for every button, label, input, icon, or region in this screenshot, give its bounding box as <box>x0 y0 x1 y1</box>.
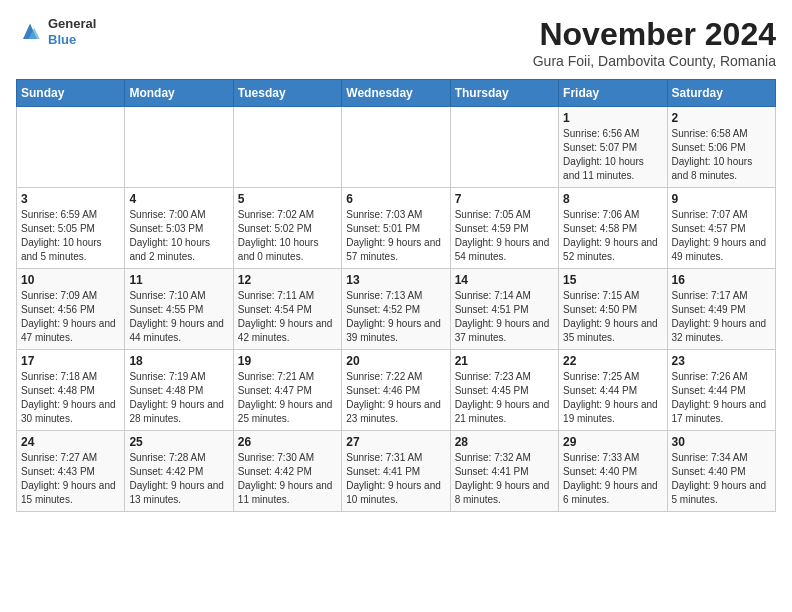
day-info: Sunrise: 7:32 AM Sunset: 4:41 PM Dayligh… <box>455 451 554 507</box>
day-info: Sunrise: 6:59 AM Sunset: 5:05 PM Dayligh… <box>21 208 120 264</box>
day-number: 1 <box>563 111 662 125</box>
day-number: 9 <box>672 192 771 206</box>
logo-text: General Blue <box>48 16 96 47</box>
col-header-thursday: Thursday <box>450 80 558 107</box>
calendar-week-5: 24Sunrise: 7:27 AM Sunset: 4:43 PM Dayli… <box>17 431 776 512</box>
calendar-cell: 5Sunrise: 7:02 AM Sunset: 5:02 PM Daylig… <box>233 188 341 269</box>
calendar-cell: 14Sunrise: 7:14 AM Sunset: 4:51 PM Dayli… <box>450 269 558 350</box>
day-info: Sunrise: 6:56 AM Sunset: 5:07 PM Dayligh… <box>563 127 662 183</box>
col-header-monday: Monday <box>125 80 233 107</box>
day-number: 15 <box>563 273 662 287</box>
calendar-cell: 23Sunrise: 7:26 AM Sunset: 4:44 PM Dayli… <box>667 350 775 431</box>
day-number: 2 <box>672 111 771 125</box>
day-number: 3 <box>21 192 120 206</box>
day-info: Sunrise: 7:15 AM Sunset: 4:50 PM Dayligh… <box>563 289 662 345</box>
day-number: 4 <box>129 192 228 206</box>
col-header-tuesday: Tuesday <box>233 80 341 107</box>
day-info: Sunrise: 7:17 AM Sunset: 4:49 PM Dayligh… <box>672 289 771 345</box>
day-info: Sunrise: 7:07 AM Sunset: 4:57 PM Dayligh… <box>672 208 771 264</box>
day-number: 11 <box>129 273 228 287</box>
day-info: Sunrise: 7:02 AM Sunset: 5:02 PM Dayligh… <box>238 208 337 264</box>
calendar-week-2: 3Sunrise: 6:59 AM Sunset: 5:05 PM Daylig… <box>17 188 776 269</box>
calendar-cell <box>233 107 341 188</box>
calendar-cell: 24Sunrise: 7:27 AM Sunset: 4:43 PM Dayli… <box>17 431 125 512</box>
day-info: Sunrise: 7:28 AM Sunset: 4:42 PM Dayligh… <box>129 451 228 507</box>
day-number: 14 <box>455 273 554 287</box>
calendar-cell: 20Sunrise: 7:22 AM Sunset: 4:46 PM Dayli… <box>342 350 450 431</box>
day-info: Sunrise: 7:09 AM Sunset: 4:56 PM Dayligh… <box>21 289 120 345</box>
day-info: Sunrise: 7:22 AM Sunset: 4:46 PM Dayligh… <box>346 370 445 426</box>
calendar-table: SundayMondayTuesdayWednesdayThursdayFrid… <box>16 79 776 512</box>
day-info: Sunrise: 7:26 AM Sunset: 4:44 PM Dayligh… <box>672 370 771 426</box>
day-number: 7 <box>455 192 554 206</box>
day-info: Sunrise: 7:23 AM Sunset: 4:45 PM Dayligh… <box>455 370 554 426</box>
day-number: 23 <box>672 354 771 368</box>
day-number: 6 <box>346 192 445 206</box>
calendar-cell: 3Sunrise: 6:59 AM Sunset: 5:05 PM Daylig… <box>17 188 125 269</box>
day-number: 25 <box>129 435 228 449</box>
day-info: Sunrise: 7:31 AM Sunset: 4:41 PM Dayligh… <box>346 451 445 507</box>
calendar-cell <box>17 107 125 188</box>
calendar-cell: 29Sunrise: 7:33 AM Sunset: 4:40 PM Dayli… <box>559 431 667 512</box>
calendar-cell: 9Sunrise: 7:07 AM Sunset: 4:57 PM Daylig… <box>667 188 775 269</box>
day-number: 10 <box>21 273 120 287</box>
calendar-cell: 25Sunrise: 7:28 AM Sunset: 4:42 PM Dayli… <box>125 431 233 512</box>
day-number: 8 <box>563 192 662 206</box>
calendar-cell: 13Sunrise: 7:13 AM Sunset: 4:52 PM Dayli… <box>342 269 450 350</box>
logo-line2: Blue <box>48 32 96 48</box>
title-block: November 2024 Gura Foii, Dambovita Count… <box>533 16 776 69</box>
calendar-cell: 6Sunrise: 7:03 AM Sunset: 5:01 PM Daylig… <box>342 188 450 269</box>
day-number: 30 <box>672 435 771 449</box>
calendar-cell <box>125 107 233 188</box>
calendar-week-3: 10Sunrise: 7:09 AM Sunset: 4:56 PM Dayli… <box>17 269 776 350</box>
day-number: 16 <box>672 273 771 287</box>
calendar-cell: 22Sunrise: 7:25 AM Sunset: 4:44 PM Dayli… <box>559 350 667 431</box>
day-number: 13 <box>346 273 445 287</box>
day-info: Sunrise: 7:30 AM Sunset: 4:42 PM Dayligh… <box>238 451 337 507</box>
day-info: Sunrise: 7:21 AM Sunset: 4:47 PM Dayligh… <box>238 370 337 426</box>
day-number: 19 <box>238 354 337 368</box>
day-number: 27 <box>346 435 445 449</box>
day-number: 22 <box>563 354 662 368</box>
day-number: 26 <box>238 435 337 449</box>
calendar-cell: 16Sunrise: 7:17 AM Sunset: 4:49 PM Dayli… <box>667 269 775 350</box>
logo-line1: General <box>48 16 96 32</box>
day-number: 18 <box>129 354 228 368</box>
calendar-cell: 8Sunrise: 7:06 AM Sunset: 4:58 PM Daylig… <box>559 188 667 269</box>
day-number: 28 <box>455 435 554 449</box>
col-header-saturday: Saturday <box>667 80 775 107</box>
calendar-cell: 4Sunrise: 7:00 AM Sunset: 5:03 PM Daylig… <box>125 188 233 269</box>
day-info: Sunrise: 7:10 AM Sunset: 4:55 PM Dayligh… <box>129 289 228 345</box>
page-header: General Blue November 2024 Gura Foii, Da… <box>16 16 776 69</box>
page-title: November 2024 <box>533 16 776 53</box>
day-number: 20 <box>346 354 445 368</box>
day-info: Sunrise: 7:11 AM Sunset: 4:54 PM Dayligh… <box>238 289 337 345</box>
calendar-cell: 12Sunrise: 7:11 AM Sunset: 4:54 PM Dayli… <box>233 269 341 350</box>
calendar-cell: 26Sunrise: 7:30 AM Sunset: 4:42 PM Dayli… <box>233 431 341 512</box>
calendar-cell: 17Sunrise: 7:18 AM Sunset: 4:48 PM Dayli… <box>17 350 125 431</box>
day-info: Sunrise: 7:25 AM Sunset: 4:44 PM Dayligh… <box>563 370 662 426</box>
calendar-cell: 11Sunrise: 7:10 AM Sunset: 4:55 PM Dayli… <box>125 269 233 350</box>
calendar-cell <box>342 107 450 188</box>
day-number: 5 <box>238 192 337 206</box>
calendar-cell: 27Sunrise: 7:31 AM Sunset: 4:41 PM Dayli… <box>342 431 450 512</box>
calendar-cell: 30Sunrise: 7:34 AM Sunset: 4:40 PM Dayli… <box>667 431 775 512</box>
calendar-cell <box>450 107 558 188</box>
logo-icon <box>16 18 44 46</box>
calendar-cell: 7Sunrise: 7:05 AM Sunset: 4:59 PM Daylig… <box>450 188 558 269</box>
day-info: Sunrise: 7:06 AM Sunset: 4:58 PM Dayligh… <box>563 208 662 264</box>
day-info: Sunrise: 7:18 AM Sunset: 4:48 PM Dayligh… <box>21 370 120 426</box>
logo: General Blue <box>16 16 96 47</box>
day-info: Sunrise: 7:34 AM Sunset: 4:40 PM Dayligh… <box>672 451 771 507</box>
col-header-sunday: Sunday <box>17 80 125 107</box>
day-number: 29 <box>563 435 662 449</box>
day-info: Sunrise: 7:19 AM Sunset: 4:48 PM Dayligh… <box>129 370 228 426</box>
calendar-cell: 19Sunrise: 7:21 AM Sunset: 4:47 PM Dayli… <box>233 350 341 431</box>
day-info: Sunrise: 7:27 AM Sunset: 4:43 PM Dayligh… <box>21 451 120 507</box>
calendar-cell: 15Sunrise: 7:15 AM Sunset: 4:50 PM Dayli… <box>559 269 667 350</box>
calendar-week-1: 1Sunrise: 6:56 AM Sunset: 5:07 PM Daylig… <box>17 107 776 188</box>
day-info: Sunrise: 7:14 AM Sunset: 4:51 PM Dayligh… <box>455 289 554 345</box>
day-number: 21 <box>455 354 554 368</box>
calendar-cell: 21Sunrise: 7:23 AM Sunset: 4:45 PM Dayli… <box>450 350 558 431</box>
calendar-cell: 2Sunrise: 6:58 AM Sunset: 5:06 PM Daylig… <box>667 107 775 188</box>
